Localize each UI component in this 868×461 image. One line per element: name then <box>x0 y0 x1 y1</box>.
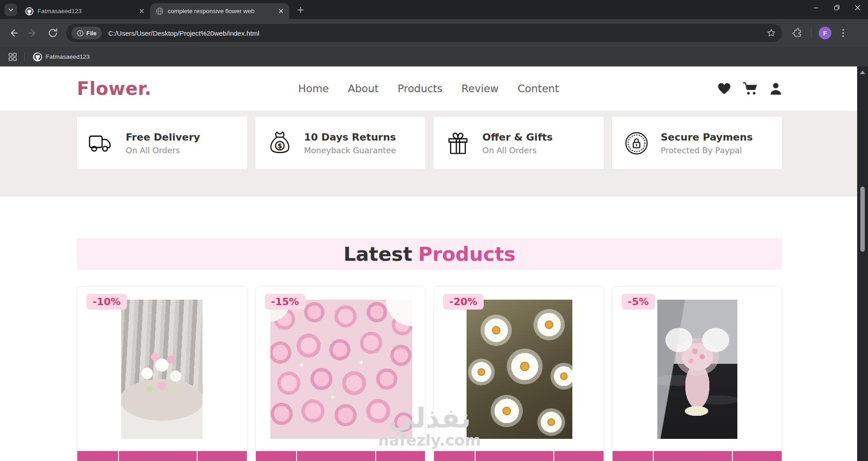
url-text: C:/Users/User/Desktop/Project%20web/inde… <box>108 29 259 37</box>
site-info-chip[interactable]: File <box>71 27 102 39</box>
feature-title: Free Delivery <box>126 132 200 143</box>
product-info-segment <box>119 451 197 461</box>
truck-icon <box>88 132 115 155</box>
feature-card-secure-payments: Secure Paymens Protected By Paypal <box>612 117 783 169</box>
bookmark-label: Fatmasaeed123 <box>46 53 90 60</box>
feature-texts: 10 Days Returns Moneyback Guarantee <box>304 132 396 155</box>
maximize-button[interactable] <box>826 0 847 15</box>
tab-title: Fatmasaeed123 <box>38 8 135 14</box>
back-button[interactable] <box>5 25 21 41</box>
wishlist-heart-icon[interactable] <box>717 83 731 95</box>
site-logo[interactable]: Flower. <box>77 78 151 99</box>
product-image-white-lilies-pink-bouquet <box>121 300 203 439</box>
product-info-segment <box>256 451 297 461</box>
forward-button[interactable] <box>25 25 41 41</box>
product-card[interactable]: -15% <box>255 286 426 461</box>
product-info-segment <box>198 451 246 461</box>
discount-badge: -20% <box>443 294 484 310</box>
product-card[interactable]: -10% <box>77 286 247 461</box>
tab-search-button[interactable] <box>5 4 17 16</box>
feature-title: Offer & Gifts <box>482 132 553 143</box>
reload-button[interactable] <box>45 25 61 41</box>
extensions-icon[interactable] <box>790 26 804 40</box>
new-tab-button[interactable] <box>295 4 307 16</box>
feature-title: Secure Paymens <box>661 132 753 143</box>
product-info-segment <box>297 451 375 461</box>
feature-texts: Free Delivery On All Orders <box>126 132 200 155</box>
feature-card-free-delivery: Free Delivery On All Orders <box>77 117 247 169</box>
nav-link-content[interactable]: Content <box>518 83 559 94</box>
product-image-pink-roses-bouquet <box>270 300 412 439</box>
site-nav: Home About Products Review Content <box>298 83 559 94</box>
product-info-bar <box>434 451 604 461</box>
profile-avatar[interactable]: F <box>819 27 831 39</box>
product-info-bar <box>613 451 782 461</box>
heading-prefix: Latest <box>344 243 412 265</box>
tab-flower-site[interactable]: complete responsive flower web <box>150 3 289 19</box>
features-section: Free Delivery On All Orders $ 10 Days Re… <box>0 111 857 197</box>
feature-subtitle: On All Orders <box>126 146 200 155</box>
product-info-segment <box>476 451 553 461</box>
toolbar-separator <box>811 28 811 38</box>
info-icon <box>77 30 84 37</box>
minimize-button[interactable] <box>806 0 826 15</box>
browser-toolbar: File C:/Users/User/Desktop/Project%20web… <box>0 19 868 47</box>
tab-close-icon[interactable] <box>137 7 146 15</box>
cart-icon[interactable] <box>743 82 758 95</box>
product-card[interactable]: -20% <box>434 286 604 461</box>
discount-badge: -10% <box>86 294 127 310</box>
site-header: Flower. Home About Products Review Conte… <box>0 66 857 111</box>
feature-subtitle: Protected By Paypal <box>661 146 753 155</box>
bookmark-star-icon[interactable] <box>766 28 777 38</box>
moneybag-icon: $ <box>266 131 293 156</box>
github-icon <box>25 7 33 15</box>
tab-github[interactable]: Fatmasaeed123 <box>20 3 150 19</box>
product-info-bar <box>256 451 425 461</box>
page-scrollbar[interactable] <box>857 66 868 461</box>
avatar-initial: F <box>823 30 827 37</box>
discount-badge: -15% <box>265 294 306 310</box>
bookmarks-bar: Fatmasaeed123 <box>0 47 868 66</box>
tab-strip: Fatmasaeed123 complete responsive flower… <box>0 0 868 19</box>
tab-title: complete responsive flower web <box>168 8 274 14</box>
tab-close-icon[interactable] <box>277 7 285 15</box>
feature-texts: Secure Paymens Protected By Paypal <box>661 132 753 155</box>
feature-card-returns: $ 10 Days Returns Moneyback Guarantee <box>255 117 426 169</box>
file-chip-label: File <box>86 30 96 37</box>
user-icon[interactable] <box>769 82 782 95</box>
webpage-viewport: Flower. Home About Products Review Conte… <box>0 66 857 461</box>
apps-grid-icon[interactable] <box>7 52 18 62</box>
address-bar[interactable]: File C:/Users/User/Desktop/Project%20web… <box>66 24 782 42</box>
discount-badge: -5% <box>622 294 655 310</box>
header-icons <box>717 82 782 95</box>
scrollbar-thumb[interactable] <box>860 187 865 252</box>
product-info-segment <box>376 451 425 461</box>
feature-subtitle: Moneyback Guarantee <box>304 146 396 155</box>
plus-icon <box>297 6 304 14</box>
globe-icon <box>156 7 164 15</box>
lock-icon <box>623 131 650 156</box>
product-info-segment <box>434 451 475 461</box>
product-info-segment <box>77 451 118 461</box>
product-card[interactable]: -5% <box>612 286 783 461</box>
browser-menu-icon[interactable] <box>838 27 849 39</box>
screenshot-root: { "browser": { "tabs": [ { "title": "Fat… <box>0 0 868 461</box>
close-button[interactable] <box>847 0 868 15</box>
nav-link-review[interactable]: Review <box>462 83 499 94</box>
product-info-segment <box>654 451 731 461</box>
nav-link-about[interactable]: About <box>348 83 379 94</box>
scrollbar-up-arrow-icon[interactable] <box>860 71 865 74</box>
product-image-pink-gift-bouquet-on-sofa <box>657 300 737 439</box>
feature-title: 10 Days Returns <box>304 132 396 143</box>
feature-card-offer-gifts: Offer & Gifts On All Orders <box>434 117 604 169</box>
products-grid: -10% -15% -20% -5% <box>0 270 857 461</box>
nav-link-products[interactable]: Products <box>398 83 443 94</box>
latest-products-heading: Latest Products <box>77 238 782 270</box>
github-icon <box>33 52 42 61</box>
product-info-segment <box>733 451 782 461</box>
bookmark-github[interactable]: Fatmasaeed123 <box>33 52 90 61</box>
gift-icon <box>444 131 472 156</box>
product-info-segment <box>554 451 603 461</box>
svg-text:$: $ <box>277 141 282 150</box>
nav-link-home[interactable]: Home <box>298 83 329 94</box>
